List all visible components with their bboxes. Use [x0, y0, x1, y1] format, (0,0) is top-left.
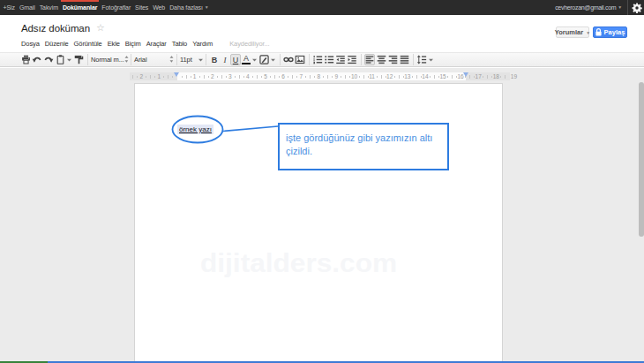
increase-indent-button[interactable]: [347, 54, 357, 65]
ruler-tick: [208, 76, 209, 78]
ruler[interactable]: 2112345678910111213141516171819: [130, 72, 510, 80]
ruler-tick: [186, 75, 187, 79]
menu-tools[interactable]: Araçlar: [146, 40, 167, 48]
menu-bar: DosyaDüzenleGörüntüleEkleBiçimAraçlarTab…: [21, 40, 269, 48]
google-nav-calendar[interactable]: Takvim: [37, 0, 60, 15]
updown-arrows-icon-svg: [124, 56, 129, 63]
align-left-button[interactable]: [364, 54, 375, 65]
insert-link-button[interactable]: [283, 54, 294, 65]
menu-view[interactable]: Görüntüle: [74, 40, 102, 48]
ruler-tick: [430, 76, 431, 78]
ruler-tick: [163, 76, 164, 78]
share-button[interactable]: Paylaş: [593, 26, 627, 38]
insert-image-button[interactable]: [295, 54, 305, 65]
google-nav-docs[interactable]: Dokümanlar: [60, 0, 99, 15]
ruler-tick: [310, 75, 311, 79]
menu-file[interactable]: Dosya: [21, 40, 40, 48]
toolbar-separator: [206, 54, 206, 65]
indent-icon: [347, 55, 357, 64]
paint-format-button[interactable]: [73, 54, 84, 65]
undo-button[interactable]: [32, 54, 42, 65]
align-right-button[interactable]: [387, 54, 398, 65]
ruler-number-4: 4: [246, 73, 250, 79]
line-spacing-button[interactable]: [416, 54, 427, 65]
ruler-tick: [168, 75, 168, 79]
line-spacing-caret[interactable]: [428, 54, 434, 65]
justify-button[interactable]: [399, 54, 409, 65]
redo-icon: [43, 55, 54, 64]
text-color-caret[interactable]: [251, 54, 258, 65]
menu-help[interactable]: Yardım: [192, 40, 213, 48]
underline-button[interactable]: U: [230, 54, 241, 65]
redo-button[interactable]: [43, 54, 54, 65]
ruler-number-7: 7: [299, 73, 303, 79]
ruler-number-9: 9: [335, 73, 339, 79]
topbar-divider: [627, 0, 628, 15]
google-nav-plus-you-label: +Siz: [4, 4, 15, 11]
highlight-color-caret[interactable]: [270, 54, 276, 65]
underlined-sample-text[interactable]: örnek yazı: [177, 125, 213, 134]
ruler-tick: [447, 76, 448, 78]
bulleted-list-button[interactable]: [324, 54, 334, 65]
google-nav-plus-you[interactable]: +Siz: [1, 0, 17, 15]
ruler-tick: [252, 76, 253, 78]
text-color-button[interactable]: A: [241, 54, 251, 65]
comments-button[interactable]: Yorumlar▼: [556, 26, 589, 38]
font-family-dropdown[interactable]: Arial: [134, 54, 174, 65]
print-button[interactable]: [20, 54, 31, 65]
font-size-dropdown[interactable]: 11pt: [180, 54, 203, 65]
menu-table[interactable]: Tablo: [172, 40, 187, 48]
web-clipboard-button[interactable]: [55, 54, 65, 65]
ruler-tick: [288, 76, 288, 78]
ruler-number-1: 1: [193, 73, 197, 79]
align-center-button[interactable]: [376, 54, 386, 65]
menu-format[interactable]: Biçim: [125, 40, 141, 48]
link-icon: [283, 55, 294, 64]
ruler-tick: [399, 75, 400, 79]
document-title[interactable]: Adsız doküman: [21, 23, 90, 34]
document-page[interactable]: dijitalders.com örnek yazı işte gördüğün…: [134, 83, 503, 363]
ruler-number-19: 19: [511, 73, 517, 79]
highlight-color-button[interactable]: [258, 54, 269, 65]
google-nav-photos[interactable]: Fotoğraflar: [100, 0, 133, 15]
ruler-tick: [500, 76, 501, 78]
ruler-number-13: 13: [404, 73, 410, 79]
google-products-nav: +SizGmailTakvimDokümanlarFotoğraflarSite…: [0, 0, 211, 15]
ruler-tick: [154, 76, 155, 78]
styles-dropdown[interactable]: Normal m...: [91, 54, 128, 65]
google-nav-gmail[interactable]: Gmail: [17, 0, 37, 15]
star-icon[interactable]: ☆: [96, 22, 105, 34]
italic-button[interactable]: I: [220, 54, 230, 65]
google-nav-sites-label: Sites: [135, 4, 148, 11]
google-nav-more[interactable]: Daha fazlası▼: [168, 0, 212, 15]
left-indent-marker[interactable]: [174, 72, 179, 77]
watermark-text: dijitalders.com: [200, 249, 397, 278]
ruler-number-11: 11: [369, 73, 375, 79]
web-clipboard-caret[interactable]: [66, 54, 72, 65]
ruler-tick: [345, 75, 346, 79]
image-icon: [295, 55, 305, 64]
bold-button[interactable]: B: [209, 54, 220, 65]
menu-insert[interactable]: Ekle: [108, 40, 120, 48]
alignleft-icon: [365, 55, 374, 64]
ruler-tick: [261, 76, 262, 78]
paint-icon: [74, 55, 84, 64]
numbered-list-button[interactable]: [312, 54, 323, 65]
callout-box[interactable]: işte gördüğünüz gibi yazımızın altı çizi…: [278, 123, 449, 170]
toolbar-separator: [309, 54, 310, 65]
lock-icon: [595, 28, 602, 36]
right-indent-marker[interactable]: [463, 72, 468, 77]
highlight-icon: [259, 55, 269, 64]
account-menu[interactable]: cevherozan@gmail.com▼: [553, 4, 624, 11]
text-color-letter: A: [243, 55, 249, 62]
google-nav-sites[interactable]: Sites: [133, 0, 151, 15]
menu-edit[interactable]: Düzenle: [45, 40, 69, 48]
ruler-tick: [199, 76, 200, 78]
settings-gear-button[interactable]: [630, 3, 644, 13]
numlist-icon: [312, 55, 323, 64]
decrease-indent-button[interactable]: [335, 54, 346, 65]
vertical-scrollbar-thumb[interactable]: [639, 82, 644, 237]
ruler-tick: [332, 76, 333, 78]
ruler-tick: [243, 76, 244, 78]
google-nav-web[interactable]: Web: [151, 0, 168, 15]
